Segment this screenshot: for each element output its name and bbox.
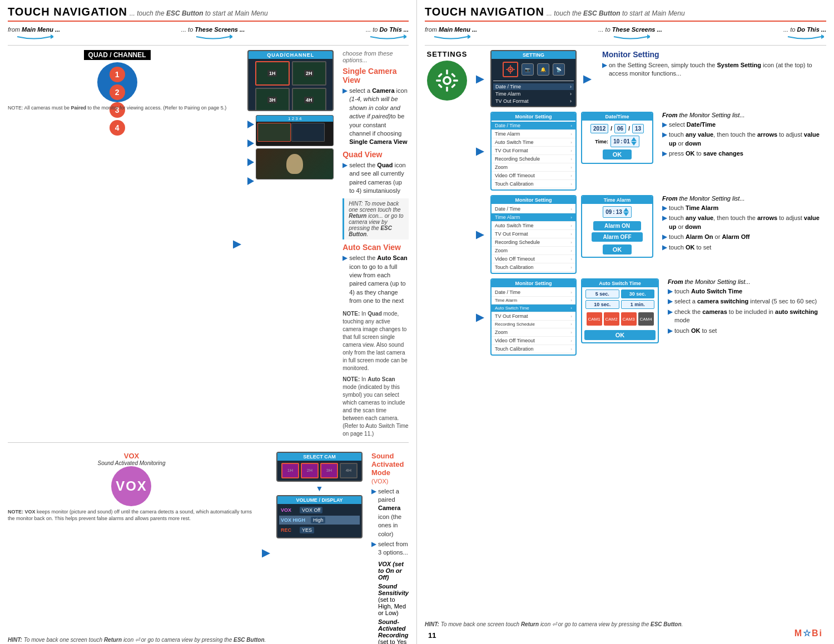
svg-marker-0 [51, 34, 53, 39]
as-text-2: select a camera switching interval (5 se… [674, 297, 817, 306]
cam-label-3: 3H [267, 97, 277, 103]
alarm-on-btn[interactable]: Alarm ON [593, 221, 641, 231]
svg-rect-18 [438, 83, 443, 88]
alarm-item-alarm[interactable]: Time Alarm› [492, 213, 575, 222]
alarm-b-arrow-3: ▶ [662, 233, 667, 241]
select-cam-screen: SELECT CAM 1H 2H 3H 4H [276, 452, 363, 482]
mobi-logo: M☆Bi [795, 628, 823, 640]
monitor-item-zoom[interactable]: Zoom› [492, 163, 575, 172]
right-nav-row: from Main Menu ... ... to These Screens … [425, 26, 826, 41]
cam-btn-1[interactable]: 1H [281, 463, 299, 478]
as-item-autoswitch[interactable]: Auto Switch Time› [492, 304, 575, 312]
setting-row-3[interactable]: TV Out Format› [493, 98, 574, 104]
ok-btn-alarm[interactable]: OK [603, 244, 632, 254]
date-sep-1: / [610, 126, 612, 132]
cam-thumb-3[interactable]: 3H [255, 88, 290, 111]
as-item-tvout[interactable]: TV Out Format› [492, 312, 575, 321]
monitor-list-screen-1: Monitor Setting Date / Time› Time Alarm›… [490, 112, 577, 191]
setting-screen: SETTING [490, 50, 577, 107]
cam-sel-4[interactable]: CAM4 [638, 312, 654, 326]
as-item-alarm[interactable]: Time Alarm› [492, 297, 575, 304]
note-box-quad-mode: NOTE: In Quad mode, touching any active … [342, 310, 409, 372]
quad-num-2[interactable]: 2 [110, 84, 125, 100]
date-year[interactable]: 2012 [590, 124, 608, 133]
alarm-item-timeout[interactable]: Video Off Timeout› [492, 255, 575, 263]
svg-point-21 [509, 68, 512, 71]
monitor-list-screen-alarm: Monitor Setting Date / Time› Time Alarm›… [490, 195, 577, 274]
setting-icon-cam[interactable]: 📷 [522, 63, 534, 76]
cam-btn-4[interactable]: 4H [340, 463, 358, 478]
alarm-list-items: Date / Time› Time Alarm› Auto Switch Tim… [492, 204, 575, 273]
time-arrow-down[interactable] [631, 142, 637, 146]
as-item-zoom[interactable]: Zoom› [492, 328, 575, 337]
aswitch-30sec[interactable]: 30 sec. [621, 289, 655, 298]
system-setting-icon[interactable] [503, 62, 518, 77]
right-header: TOUCH NAVIGATION ... touch the ESC Butto… [425, 6, 826, 22]
ok-btn-autoswitch[interactable]: OK [584, 330, 656, 340]
settings-arrow: ▶ [476, 73, 484, 85]
as-item-recording[interactable]: Recording Schedule› [492, 321, 575, 328]
monitor-item-autoswitch[interactable]: Auto Switch Time› [492, 138, 575, 147]
as-item-datetime[interactable]: Date / Time› [492, 288, 575, 297]
settings-icon[interactable] [427, 61, 467, 101]
vox-opt2: Sound Sensitivity (set to High, Med or L… [378, 583, 409, 616]
date-month[interactable]: 06 [614, 124, 626, 133]
setting-icon-bell[interactable]: 🔔 [537, 63, 549, 76]
nav-arrow-1 [14, 33, 53, 41]
ok-btn-datetime[interactable]: OK [603, 149, 632, 159]
quad-num-4[interactable]: 4 [110, 120, 125, 136]
as-bullet-1: ▶ touch Auto Switch Time [668, 287, 826, 296]
vox-circle[interactable]: VOX [111, 466, 151, 506]
date-day[interactable]: 13 [632, 124, 644, 133]
autoswitch-list-items: Date / Time› Time Alarm› Auto Switch Tim… [492, 287, 575, 355]
aswitch-10sec[interactable]: 10 sec. [585, 300, 619, 309]
alarm-item-autoswitch[interactable]: Auto Switch Time› [492, 222, 575, 230]
as-item-calibration[interactable]: Touch Calibration› [492, 345, 575, 353]
as-item-timeout[interactable]: Video Off Timeout› [492, 337, 575, 345]
cam-thumb-2[interactable]: 2H [292, 61, 326, 86]
alarm-arrow-down[interactable] [623, 212, 629, 216]
alarm-item-tvout[interactable]: TV Out Format› [492, 230, 575, 238]
baby-screen-1 [257, 123, 291, 142]
monitor-item-tvout[interactable]: TV Out Format› [492, 147, 575, 155]
monitor-item-datetime[interactable]: Date / Time› [492, 122, 575, 130]
aswitch-5sec[interactable]: 5 sec. [585, 289, 619, 298]
cam-btn-3[interactable]: 3H [320, 463, 338, 478]
monitor-item-alarm[interactable]: Time Alarm› [492, 130, 575, 138]
aswitch-1min[interactable]: 1 min. [621, 300, 655, 309]
nav-screens-col: ... to These Screens ... [181, 26, 245, 41]
monitor-item-calibration[interactable]: Touch Calibration› [492, 180, 575, 188]
alarm-item-zoom[interactable]: Zoom› [492, 247, 575, 255]
quad-channel-icon[interactable]: 1 2 3 4 [97, 62, 137, 102]
as-bullet-2: ▶ select a camera switching interval (5 … [668, 297, 826, 306]
nav-arrow-3 [368, 33, 406, 41]
cam-sel-3[interactable]: CAM3 [621, 312, 637, 326]
alarm-item-datetime[interactable]: Date / Time› [492, 205, 575, 213]
left-header-subtitle: ... touch the ESC Button to start at Mai… [130, 9, 268, 17]
alarm-arrow-up[interactable] [623, 208, 629, 212]
cam-thumb-4[interactable]: 4H [292, 88, 326, 111]
cam-btn-2[interactable]: 2H [301, 463, 319, 478]
alarm-item-calibration[interactable]: Touch Calibration› [492, 263, 575, 272]
alarm-item-recording[interactable]: Recording Schedule› [492, 238, 575, 247]
setting-row-2[interactable]: Time Alarm› [493, 91, 574, 97]
autoswitch-list-title: Monitor Setting [492, 279, 575, 287]
time-arrow-up[interactable] [631, 137, 637, 141]
alarm-colon: : [613, 209, 614, 215]
as-bullet-4: ▶ touch OK to set [668, 327, 826, 335]
setting-icon-wifi[interactable]: 📡 [553, 63, 565, 76]
vol-row-vox: VOX VOX Off [279, 506, 360, 515]
settings-section-label: SETTINGS [426, 50, 467, 58]
monitor-item-timeout[interactable]: Video Off Timeout› [492, 172, 575, 180]
cam-sel-1[interactable]: CAM1 [587, 312, 602, 326]
monitor-list-title: Monitor Setting [492, 113, 575, 121]
monitor-item-recording[interactable]: Recording Schedule› [492, 155, 575, 163]
alarm-off-btn[interactable]: Alarm OFF [592, 232, 642, 242]
setting-row-1[interactable]: Date / Time› [493, 83, 574, 90]
autoswitch-do-col: From the Monitor Setting list... ▶ touch… [663, 278, 826, 337]
quad-num-1[interactable]: 1 [110, 67, 125, 82]
datetime-arrow: ▶ [476, 145, 484, 157]
cam-thumb-1[interactable]: 1H [255, 61, 290, 86]
cam-sel-2[interactable]: CAM2 [604, 312, 619, 326]
right-nav-arrow-3 [785, 33, 824, 41]
